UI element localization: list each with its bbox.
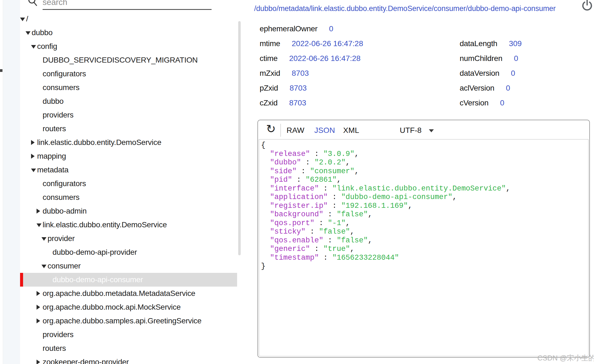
tree-item-label: dubbo-admin (43, 204, 87, 218)
tree-item-label: mapping (37, 149, 66, 163)
tree-item-label: org.apache.dubbo.mock.api.MockService (43, 300, 181, 314)
tab-json[interactable]: JSON (314, 125, 335, 135)
stat-label: dataLength (460, 39, 497, 48)
stat-value: 0 (506, 83, 510, 93)
tree-item-dubbo-admin[interactable]: dubbo-admin (20, 204, 237, 218)
encoding-select[interactable]: UTF-8 (400, 125, 421, 135)
stat-row-cversion: cVersion0 (460, 98, 504, 108)
tree-item-mapping[interactable]: mapping (20, 149, 237, 163)
stat-value: 0 (329, 24, 334, 33)
stat-value: 8703 (289, 98, 306, 108)
header-divider (281, 124, 281, 137)
stat-row-czxid: cZxid8703 (260, 98, 306, 108)
refresh-icon[interactable]: ↻ (265, 121, 277, 137)
tree-item-consumers[interactable]: consumers (20, 191, 237, 204)
stat-value: 2022-06-26 16:47:28 (292, 39, 363, 48)
tree-item-routers[interactable]: routers (20, 341, 237, 355)
tree-item-org-apache-dubbo-samples-api-greetingservice[interactable]: org.apache.dubbo.samples.api.GreetingSer… (20, 314, 237, 328)
tree-item-label: config (37, 40, 57, 53)
tree-scrollbar-thumb[interactable] (238, 21, 241, 255)
tree-item-org-apache-dubbo-metadata-metadataservice[interactable]: org.apache.dubbo.metadata.MetadataServic… (20, 287, 237, 300)
collapse-arrow-icon[interactable] (31, 45, 36, 49)
tree-item-label: link.elastic.dubbo.entity.DemoService (43, 218, 167, 232)
tree-item-label: dubbo (43, 94, 63, 108)
tree-item-label: configurators (43, 67, 86, 81)
stat-row-dataversion: dataVersion0 (460, 69, 515, 78)
expand-arrow-icon[interactable] (37, 318, 40, 323)
tree-item-providers[interactable]: providers (20, 108, 237, 122)
tree-item-label: providers (43, 108, 73, 122)
tree-item-consumers[interactable]: consumers (20, 81, 237, 94)
stat-value: 0 (511, 69, 515, 78)
stat-row-pzxid: pZxid8703 (260, 83, 307, 93)
tree-item-routers[interactable]: routers (20, 122, 237, 136)
stat-row-numchildren: numChildren0 (460, 54, 518, 63)
tree-item-label: / (26, 12, 28, 26)
tree-item-consumer[interactable]: consumer (20, 259, 237, 273)
tree-item-dubbo[interactable]: dubbo (20, 26, 237, 40)
stat-value: 309 (509, 39, 522, 48)
tree-item-[interactable]: / (20, 12, 237, 26)
watermark: CSDN @宋小生的博客 (537, 353, 594, 363)
tree-item-label: org.apache.dubbo.samples.api.GreetingSer… (43, 314, 201, 328)
tree-item-dubbo-servicediscovery-migration[interactable]: DUBBO_SERVICEDISCOVERY_MIGRATION (20, 53, 237, 67)
stat-label: mtime (260, 39, 280, 48)
tree-item-dubbo-demo-api-consumer[interactable]: dubbo-demo-api-consumer (20, 273, 237, 287)
tree-item-dubbo[interactable]: dubbo (20, 94, 237, 108)
tree-item-label: provider (48, 232, 75, 245)
tree-item-metadata[interactable]: metadata (20, 163, 237, 177)
power-icon[interactable] (580, 0, 594, 12)
expand-arrow-icon[interactable] (37, 305, 40, 310)
tree-item-providers[interactable]: providers (20, 328, 237, 341)
expand-arrow-icon[interactable] (37, 360, 40, 364)
collapse-arrow-icon[interactable] (37, 223, 41, 227)
json-content: { "release" : "3.0.9", "dubbo" : "2.0.2"… (261, 141, 510, 271)
selected-node-indicator (20, 273, 23, 287)
collapse-arrow-icon[interactable] (20, 18, 25, 21)
stat-row-mtime: mtime2022-06-26 16:47:28 (260, 39, 363, 48)
stat-row-ephemeralowner: ephemeralOwner0 (260, 24, 333, 33)
tab-raw[interactable]: RAW (287, 125, 304, 135)
stat-label: cZxid (260, 98, 277, 108)
tree-item-label: consumers (43, 81, 79, 94)
tree-item-label: DUBBO_SERVICEDISCOVERY_MIGRATION (43, 53, 198, 67)
node-data-editor[interactable]: { "release" : "3.0.9", "dubbo" : "2.0.2"… (259, 139, 589, 356)
stat-label: ctime (260, 54, 277, 63)
tree-item-label: dubbo-demo-api-consumer (52, 273, 143, 287)
tree-item-configurators[interactable]: configurators (20, 67, 237, 81)
tree-item-config[interactable]: config (20, 40, 237, 53)
expand-arrow-icon[interactable] (31, 154, 35, 159)
tree-item-label: metadata (37, 163, 68, 177)
stat-value: 8703 (292, 69, 309, 78)
stat-row-ctime: ctime2022-06-26 16:47:28 (260, 54, 360, 63)
tree-item-link-elastic-dubbo-entity-demoservice[interactable]: link.elastic.dubbo.entity.DemoService (20, 136, 237, 149)
stat-value: 0 (514, 54, 518, 63)
tree-item-label: org.apache.dubbo.metadata.MetadataServic… (43, 287, 195, 300)
chevron-down-icon[interactable] (429, 129, 434, 132)
tree-item-provider[interactable]: provider (20, 232, 237, 245)
tree-item-label: zookeeper-demo-provider (43, 355, 129, 364)
stat-row-aclversion: aclVersion0 (460, 83, 510, 93)
tree-item-dubbo-demo-api-provider[interactable]: dubbo-demo-api-provider (20, 245, 237, 259)
expand-arrow-icon[interactable] (37, 209, 40, 214)
stat-label: pZxid (260, 83, 278, 93)
stat-label: cVersion (460, 98, 488, 108)
tree-item-label: routers (43, 122, 66, 136)
expand-arrow-icon[interactable] (31, 140, 35, 145)
stat-value: 0 (500, 98, 504, 108)
collapse-arrow-icon[interactable] (41, 237, 46, 241)
collapse-arrow-icon[interactable] (31, 169, 36, 172)
tree-item-link-elastic-dubbo-entity-demoservice[interactable]: link.elastic.dubbo.entity.DemoService (20, 218, 237, 232)
tree-item-label: consumers (43, 191, 79, 204)
tree-item-configurators[interactable]: configurators (20, 177, 237, 191)
tree-item-label: providers (43, 328, 73, 341)
expand-arrow-icon[interactable] (37, 291, 40, 296)
collapse-arrow-icon[interactable] (41, 265, 46, 268)
tree-item-label: consumer (48, 259, 81, 273)
tree-item-org-apache-dubbo-mock-api-mockservice[interactable]: org.apache.dubbo.mock.api.MockService (20, 300, 237, 314)
collapse-arrow-icon[interactable] (26, 31, 30, 35)
tree-item-label: routers (43, 341, 66, 355)
tree-item-zookeeper-demo-provider[interactable]: zookeeper-demo-provider (20, 355, 237, 364)
tab-xml[interactable]: XML (343, 125, 359, 135)
tree-item-label: link.elastic.dubbo.entity.DemoService (37, 136, 161, 149)
